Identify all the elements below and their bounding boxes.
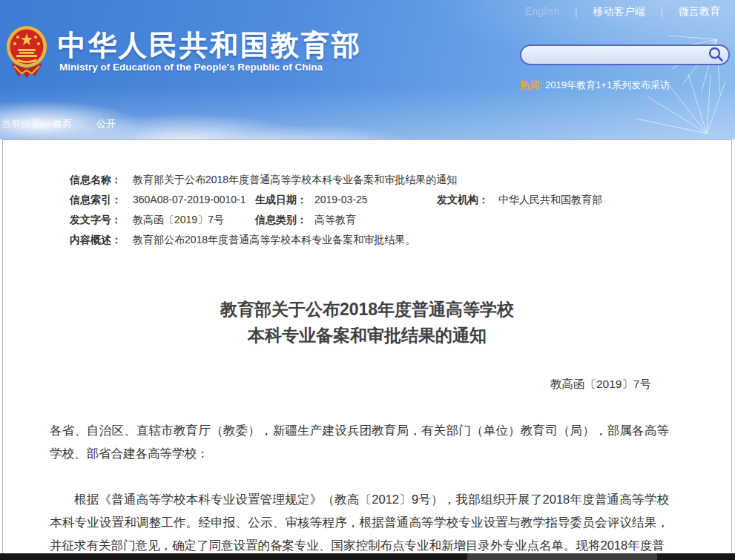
hot-words: 热词: 2019年教育1+1系列发布采访	[520, 79, 670, 92]
meta-summary-value: 教育部公布2018年度普通高等学校本科专业备案和审批结果。	[133, 234, 415, 247]
site-title: 中华人民共和国教育部	[58, 27, 362, 65]
document-number: 教高函〔2019〕7号	[3, 377, 731, 392]
meta-index-value: 360A08-07-2019-0010-1	[133, 194, 246, 205]
meta-category-label: 信息类别：	[255, 214, 307, 227]
meta-date-value: 2019-03-25	[314, 194, 368, 205]
breadcrumb-home[interactable]: 首页	[53, 118, 72, 129]
meta-docno-value: 教高函〔2019〕7号	[133, 214, 224, 227]
breadcrumb-separator: 〉	[79, 118, 89, 129]
national-emblem-icon	[5, 24, 48, 79]
search-button[interactable]	[706, 46, 725, 64]
search-box	[520, 45, 730, 65]
search-input[interactable]	[521, 47, 706, 63]
meta-agency-value: 中华人民共和国教育部	[498, 194, 602, 207]
document-meta: 信息名称： 教育部关于公布2018年度普通高等学校本科专业备案和审批结果的通知 …	[70, 174, 731, 255]
page: { "header": { "site_title_cn": "中华人民共和国教…	[0, 0, 735, 560]
document-title-line2: 本科专业备案和审批结果的通知	[248, 326, 487, 345]
scrollbar-thumb[interactable]	[467, 553, 657, 560]
meta-summary-label: 内容概述：	[70, 234, 122, 247]
breadcrumb: 当前位置：首页〉公开	[1, 117, 119, 131]
paragraph-main: 根据《普通高等学校本科专业设置管理规定》（教高〔2012〕9号），我部组织开展了…	[50, 488, 669, 557]
site-subtitle-en: Ministry of Education of the People's Re…	[59, 62, 323, 73]
meta-docno-label: 发文字号：	[70, 214, 122, 227]
search-icon	[708, 46, 724, 62]
link-mobile-client[interactable]: 移动客户端	[593, 5, 645, 17]
meta-name-label: 信息名称：	[70, 174, 122, 187]
document-body: 各省、自治区、直辖市教育厅（教委），新疆生产建设兵团教育局，有关部门（单位）教育…	[3, 419, 731, 557]
breadcrumb-label: 当前位置：	[1, 118, 50, 129]
paragraph-recipients: 各省、自治区、直辖市教育厅（教委），新疆生产建设兵团教育局，有关部门（单位）教育…	[50, 419, 669, 465]
meta-category-value: 高等教育	[314, 214, 356, 227]
horizontal-scrollbar[interactable]	[0, 553, 735, 560]
site-header: 中华人民共和国教育部 Ministry of Education of the …	[0, 0, 735, 139]
meta-date-label: 生成日期：	[255, 194, 307, 207]
meta-name-value: 教育部关于公布2018年度普通高等学校本科专业备案和审批结果的通知	[133, 174, 457, 187]
breadcrumb-section[interactable]: 公开	[96, 118, 116, 129]
document-panel: 信息名称： 教育部关于公布2018年度普通高等学校本科专业备案和审批结果的通知 …	[2, 139, 732, 560]
link-weiyan-education[interactable]: 微言教育	[679, 5, 720, 17]
hot-words-label: 热词:	[520, 79, 542, 90]
document-title-line1: 教育部关于公布2018年度普通高等学校	[220, 300, 514, 319]
hot-words-link[interactable]: 2019年教育1+1系列发布采访	[545, 79, 670, 90]
meta-agency-label: 发文机构：	[437, 194, 489, 207]
meta-index-label: 信息索引：	[70, 194, 122, 207]
link-separator: ｜	[656, 5, 667, 17]
link-english[interactable]: English	[525, 5, 559, 17]
link-separator: ｜	[571, 5, 581, 17]
top-nav: English ｜ 移动客户端 ｜ 微言教育	[525, 5, 720, 19]
document-title: 教育部关于公布2018年度普通高等学校本科专业备案和审批结果的通知	[3, 297, 731, 349]
